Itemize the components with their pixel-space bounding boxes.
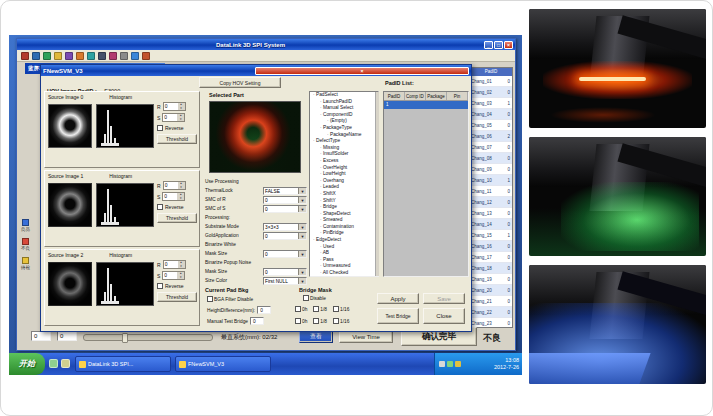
result-row[interactable]: Chang_04 0 xyxy=(470,109,512,120)
spinner-arrows-icon[interactable]: ▴▾ xyxy=(177,193,184,200)
threshold-button[interactable]: Threshold xyxy=(157,213,197,223)
toolbar-icon[interactable] xyxy=(54,52,62,60)
bridge-mask-checkbox[interactable] xyxy=(313,306,319,312)
copy-hov-setting-button[interactable]: Copy HOV Setting xyxy=(199,77,281,88)
tree-item[interactable]: PackageType xyxy=(310,125,378,132)
processing-dropdown[interactable]: 3×3×3 ▼ xyxy=(263,223,307,231)
result-row[interactable]: Chang_02 0 xyxy=(470,87,512,98)
maximize-button[interactable]: □ xyxy=(494,41,503,49)
dialog-close-action-button[interactable]: Close xyxy=(423,308,465,324)
chevron-down-icon[interactable]: ▼ xyxy=(298,251,306,257)
quick-launch-icon[interactable] xyxy=(49,359,58,368)
processing-dropdown[interactable]: 0 ▼ xyxy=(263,250,307,258)
tree-item[interactable]: Bridge xyxy=(310,204,378,211)
tree-item[interactable]: (Empty) xyxy=(310,118,378,125)
tree-item[interactable]: Unmeasured xyxy=(310,263,378,270)
threshold-button[interactable]: Threshold xyxy=(157,134,197,144)
r-value[interactable]: 0 xyxy=(164,182,178,189)
reverse-checkbox[interactable] xyxy=(157,125,163,131)
tree-item[interactable]: Used xyxy=(310,244,378,251)
progress-slider[interactable] xyxy=(83,334,213,341)
tree-item[interactable]: AB xyxy=(310,250,378,257)
taskbar-button[interactable]: DataLink 3D SPI... xyxy=(75,356,171,372)
start-button[interactable]: 开始 xyxy=(9,353,45,375)
bridge-mask-option[interactable]: 0h xyxy=(295,318,307,324)
processing-dropdown[interactable]: FALSE ▼ xyxy=(263,187,307,195)
bridge-mask-checkbox[interactable] xyxy=(313,318,319,324)
result-row[interactable]: Chang_08 0 xyxy=(470,153,512,164)
spinner-arrows-icon[interactable]: ▴▾ xyxy=(178,261,185,268)
s-spinner[interactable]: 0 ▴▾ xyxy=(162,271,185,280)
toolbar-icon[interactable] xyxy=(120,52,128,60)
tree-item[interactable]: LaunchPadID xyxy=(310,99,378,106)
bridge-mask-checkbox[interactable] xyxy=(333,306,339,312)
selected-part-image[interactable] xyxy=(209,101,301,173)
tree-item[interactable]: DefectType xyxy=(310,138,378,145)
result-row[interactable]: Chang_06 2 xyxy=(470,131,512,142)
s-spinner[interactable]: 0 ▴▾ xyxy=(162,192,185,201)
pad-table-header-cell[interactable]: Package xyxy=(426,92,447,100)
processing-dropdown[interactable]: 0 ▼ xyxy=(263,268,307,276)
chevron-down-icon[interactable]: ▼ xyxy=(298,278,306,284)
spinner-arrows-icon[interactable]: ▴▾ xyxy=(178,182,185,189)
r-value[interactable]: 0 xyxy=(164,103,178,110)
tree-item[interactable]: ShapeDetect xyxy=(310,211,378,218)
tray-icon[interactable] xyxy=(447,361,453,367)
chevron-down-icon[interactable]: ▼ xyxy=(298,188,306,194)
toolbar-icon[interactable] xyxy=(43,52,51,60)
bridge-mask-checkbox[interactable] xyxy=(333,318,339,324)
tray-icon[interactable] xyxy=(439,361,445,367)
result-row[interactable]: Chang_01 0 xyxy=(470,76,512,87)
s-spinner[interactable]: 0 ▴▾ xyxy=(162,113,185,122)
r-spinner[interactable]: 0 ▴▾ xyxy=(163,181,186,190)
result-row[interactable]: Chang_11 0 xyxy=(470,186,512,197)
toolbar-icon[interactable] xyxy=(109,52,117,60)
tree-item[interactable]: Contamination xyxy=(310,224,378,231)
result-row[interactable]: Chang_07 0 xyxy=(470,142,512,153)
toolbar-icon[interactable] xyxy=(32,52,40,60)
tree-item[interactable]: EdgeDetect xyxy=(310,237,378,244)
result-row[interactable]: Chang_13 0 xyxy=(470,208,512,219)
result-row[interactable]: Chang_05 0 xyxy=(470,120,512,131)
tree-scrollbar[interactable] xyxy=(375,92,379,276)
spinner-arrows-icon[interactable]: ▴▾ xyxy=(177,114,184,121)
status-field-2[interactable]: 0 xyxy=(57,331,77,341)
tree-item[interactable]: OverHeight xyxy=(310,165,378,172)
reverse-checkbox[interactable] xyxy=(157,283,163,289)
tree-item[interactable]: Missing xyxy=(310,145,378,152)
tree-item[interactable]: Smeared xyxy=(310,217,378,224)
manual-test-field[interactable]: 0 xyxy=(250,317,264,325)
bridge-mask-checkbox[interactable] xyxy=(295,318,301,324)
toolbar-icon[interactable] xyxy=(87,52,95,60)
tree-item[interactable]: All Checked xyxy=(310,270,378,277)
tree-item[interactable]: Leaded xyxy=(310,184,378,191)
bridge-mask-checkbox[interactable] xyxy=(295,306,301,312)
bridge-mask-option[interactable]: 1/8 xyxy=(313,306,327,312)
toolbar-icon[interactable] xyxy=(21,52,29,60)
bridge-disable-row[interactable]: Disable xyxy=(303,295,326,301)
result-row[interactable]: Chang_10 1 xyxy=(470,175,512,186)
taskbar-button[interactable]: FNewSVM_V3 xyxy=(175,356,271,372)
result-row[interactable]: Chang_09 0 xyxy=(470,164,512,175)
tree-item[interactable]: Pass xyxy=(310,257,378,264)
clock[interactable]: 13:08 2012-7-26 xyxy=(494,357,519,371)
tree-item[interactable]: PadSelect xyxy=(310,92,378,99)
source-image-thumbnail[interactable] xyxy=(48,104,92,148)
result-row[interactable]: Chang_18 0 xyxy=(470,263,512,274)
bga-filter-checkbox-row[interactable]: BGA Filter Disable xyxy=(207,296,253,302)
reverse-checkbox[interactable] xyxy=(157,204,163,210)
toolbar-icon[interactable] xyxy=(98,52,106,60)
reverse-checkbox-row[interactable]: Reverse xyxy=(157,204,199,210)
bridge-mask-option[interactable]: 1/16 xyxy=(333,318,349,324)
dialog-titlebar[interactable]: FNewSVM_V3 × xyxy=(41,65,471,76)
bridge-mask-option[interactable]: 1/16 xyxy=(333,306,349,312)
tree-item[interactable]: InsuffSolder xyxy=(310,151,378,158)
toolbar-icon[interactable] xyxy=(131,52,139,60)
tree-item[interactable]: ShiftY xyxy=(310,198,378,205)
tree-item[interactable]: PackageName xyxy=(310,132,378,139)
quick-launch-icon[interactable] xyxy=(61,359,70,368)
source-image-thumbnail[interactable] xyxy=(48,262,92,306)
processing-dropdown[interactable]: 0 ▼ xyxy=(263,196,307,204)
spinner-arrows-icon[interactable]: ▴▾ xyxy=(178,103,185,110)
tree-item[interactable]: Manual Select xyxy=(310,105,378,112)
